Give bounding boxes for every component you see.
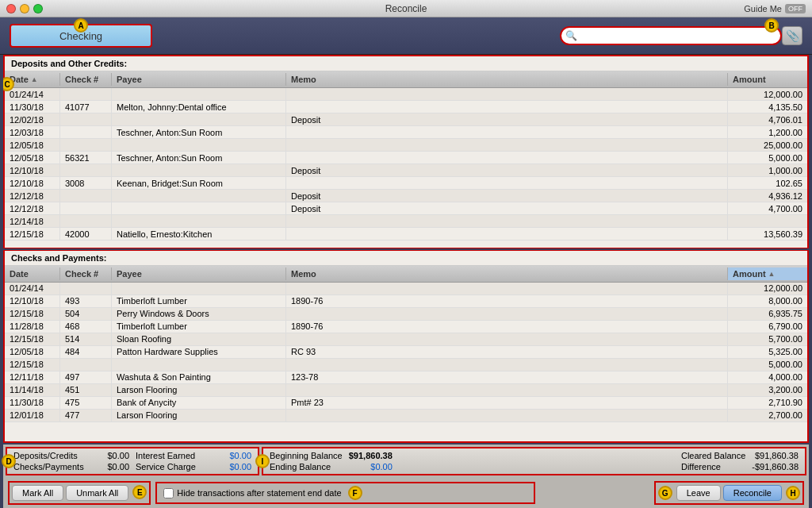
td-date: 12/02/18 <box>5 114 60 125</box>
td-memo: 123-78 <box>286 371 728 383</box>
td-check: 493 <box>60 295 112 307</box>
bottom-area: D Deposits/Credits $0.00 Interest Earned… <box>3 444 809 508</box>
mark-all-button[interactable]: Mark All <box>12 485 63 501</box>
payments-table-body[interactable]: 01/24/14 12,000.00 12/10/18 493 Timberlo… <box>5 283 807 442</box>
interest-earned-value[interactable]: $0.00 <box>229 451 251 460</box>
payments-col-amount[interactable]: Amount ▲ <box>728 267 807 280</box>
table-row[interactable]: 01/24/14 12,000.00 <box>5 88 807 101</box>
td-date: 11/30/18 <box>5 397 60 409</box>
table-row[interactable]: 12/14/18 <box>5 215 807 228</box>
interest-earned-label: Interest Earned <box>136 451 223 460</box>
table-row[interactable]: 11/14/18 451 Larson Flooring 3,200.00 <box>5 384 807 397</box>
td-payee: Larson Flooring <box>112 410 286 421</box>
reconcile-button[interactable]: Reconcile <box>723 485 782 501</box>
ending-balance-value[interactable]: $0.00 <box>349 462 393 471</box>
td-amount: 4,936.12 <box>728 190 807 202</box>
hide-transactions-checkbox[interactable] <box>163 488 174 498</box>
table-row[interactable]: 11/30/18 475 Bank of Anycity Pmt# 23 2,7… <box>5 397 807 410</box>
td-amount: 8,000.00 <box>728 295 807 307</box>
td-amount: 3,200.00 <box>728 384 807 396</box>
td-amount: 5,000.00 <box>728 152 807 164</box>
table-row[interactable]: 12/10/18 3008 Keenan, Bridget:Sun Room 1… <box>5 177 807 190</box>
deposits-col-check[interactable]: Check # <box>60 73 112 86</box>
table-row[interactable]: 01/24/14 12,000.00 <box>5 283 807 295</box>
guide-me-label: Guide Me <box>744 4 782 13</box>
table-row[interactable]: 12/02/18 Deposit 4,706.01 <box>5 114 807 126</box>
td-memo: 1890-76 <box>286 321 728 333</box>
td-amount: 4,700.00 <box>728 202 807 214</box>
td-date: 12/10/18 <box>5 164 60 176</box>
table-row[interactable]: 11/28/18 468 Timberloft Lumber 1890-76 6… <box>5 321 807 333</box>
cleared-balance-label: Cleared Balance <box>681 451 745 460</box>
leave-button[interactable]: Leave <box>676 485 721 501</box>
table-row[interactable]: 12/15/18 514 Sloan Roofing 5,700.00 <box>5 333 807 346</box>
table-row[interactable]: 12/10/18 493 Timberloft Lumber 1890-76 8… <box>5 295 807 308</box>
td-memo: Deposit <box>286 114 728 125</box>
minimize-button[interactable] <box>20 4 29 13</box>
cleared-balance-value: $91,860.38 <box>752 451 799 460</box>
table-row[interactable]: 12/15/18 42000 Natiello, Ernesto:Kitchen… <box>5 228 807 241</box>
td-amount: 6,790.00 <box>728 321 807 333</box>
payments-section-title: Checks and Payments: <box>5 251 807 266</box>
table-row[interactable]: 12/05/18 25,000.00 <box>5 139 807 152</box>
td-memo: Deposit <box>286 190 728 202</box>
payments-col-check[interactable]: Check # <box>60 267 112 280</box>
table-row[interactable]: 12/12/18 Deposit 4,700.00 <box>5 202 807 215</box>
table-row[interactable]: 12/11/18 497 Washuta & Son Painting 123-… <box>5 371 807 384</box>
table-row[interactable]: 12/12/18 Deposit 4,936.12 <box>5 190 807 202</box>
balance-bar: D Deposits/Credits $0.00 Interest Earned… <box>3 444 809 478</box>
attachment-button[interactable]: 📎 <box>782 26 802 45</box>
table-row[interactable]: 12/01/18 477 Larson Flooring 2,700.00 <box>5 410 807 422</box>
account-selector[interactable]: A Checking <box>10 24 152 48</box>
title-bar: Reconcile Guide Me OFF <box>0 0 812 17</box>
td-payee <box>112 114 286 125</box>
td-check: 3008 <box>60 177 112 189</box>
td-memo <box>286 88 728 100</box>
unmark-all-button[interactable]: Unmark All <box>66 485 128 501</box>
table-row[interactable]: 12/15/18 504 Perry Windows & Doors 6,935… <box>5 308 807 321</box>
td-amount: 12,000.00 <box>728 88 807 100</box>
deposits-table-body[interactable]: 01/24/14 12,000.00 11/30/18 41077 Melton… <box>5 88 807 248</box>
guide-me-toggle[interactable]: OFF <box>785 4 806 13</box>
window-title: Reconcile <box>385 3 427 14</box>
deposits-col-memo[interactable]: Memo <box>286 73 728 86</box>
td-check: 42000 <box>60 228 112 240</box>
difference-label: Difference <box>681 462 745 471</box>
td-amount: 4,706.01 <box>728 114 807 125</box>
difference-value: -$91,860.38 <box>752 462 799 471</box>
table-row[interactable]: 12/03/18 Teschner, Anton:Sun Room 1,200.… <box>5 126 807 139</box>
table-row[interactable]: 12/10/18 Deposit 1,000.00 <box>5 164 807 177</box>
td-payee <box>112 215 286 227</box>
deposits-col-amount[interactable]: Amount <box>728 73 807 86</box>
close-button[interactable] <box>6 4 16 13</box>
td-amount: 6,935.75 <box>728 308 807 320</box>
td-check <box>60 359 112 371</box>
td-check: 504 <box>60 308 112 320</box>
search-input[interactable] <box>560 26 782 45</box>
table-row[interactable]: 12/05/18 56321 Teschner, Anton:Sun Room … <box>5 152 807 164</box>
maximize-button[interactable] <box>33 4 43 13</box>
deposits-col-payee[interactable]: Payee <box>112 73 286 86</box>
td-memo: Deposit <box>286 164 728 176</box>
td-date: 12/05/18 <box>5 346 60 358</box>
td-amount: 1,200.00 <box>728 126 807 138</box>
td-date: 12/15/18 <box>5 308 60 320</box>
td-payee: Timberloft Lumber <box>112 321 286 333</box>
right-balance-box: I Beginning Balance $91,860.38 Cleared B… <box>262 447 806 475</box>
label-f-badge: F <box>348 486 362 500</box>
table-row[interactable]: 12/05/18 484 Patton Hardware Supplies RC… <box>5 346 807 359</box>
checks-payments-value: $0.00 <box>107 462 129 471</box>
td-payee: Patton Hardware Supplies <box>112 346 286 358</box>
service-charge-value[interactable]: $0.00 <box>229 462 251 471</box>
td-date: 12/05/18 <box>5 139 60 151</box>
td-check: 484 <box>60 346 112 358</box>
table-row[interactable]: 12/15/18 5,000.00 <box>5 359 807 371</box>
payments-col-date[interactable]: Date <box>5 267 60 280</box>
td-payee: Bank of Anycity <box>112 397 286 409</box>
payments-col-payee[interactable]: Payee <box>112 267 286 280</box>
buttons-bar: Mark All Unmark All E Hide transactions … <box>3 478 809 508</box>
table-row[interactable]: 11/30/18 41077 Melton, Johnny:Dental off… <box>5 101 807 114</box>
td-memo: Deposit <box>286 202 728 214</box>
payments-col-memo[interactable]: Memo <box>286 267 728 280</box>
window-controls[interactable] <box>6 4 43 13</box>
